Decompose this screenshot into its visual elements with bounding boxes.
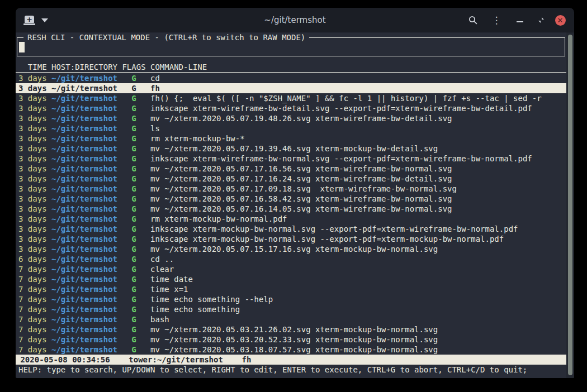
- row-time: 6 days: [18, 255, 47, 264]
- row-flags: G: [131, 214, 136, 223]
- row-directory: ~/git/termshot: [51, 245, 117, 254]
- history-row[interactable]: 3 days ~/git/termshot G cd: [16, 73, 566, 83]
- terminal-window: ~/git/termshot + ⋮ ✕: [16, 8, 574, 378]
- history-row[interactable]: 7 days ~/git/termshot G time echo someth…: [16, 304, 566, 314]
- row-directory: ~/git/termshot: [51, 134, 117, 143]
- row-directory: ~/git/termshot: [51, 295, 117, 304]
- dropdown-caret-icon[interactable]: [41, 18, 48, 22]
- history-row[interactable]: 3 days ~/git/termshot G mv ~/xterm.2020.…: [16, 204, 566, 214]
- row-directory: ~/git/termshot: [51, 285, 117, 294]
- row-flags: G: [131, 144, 136, 153]
- row-command: cd ..: [150, 255, 174, 264]
- row-command: inkscape xterm-mockup-bw-normal.svg --ex…: [150, 224, 518, 233]
- menu-button[interactable]: ⋮: [490, 8, 503, 32]
- row-directory: ~/git/termshot: [51, 335, 117, 344]
- row-flags: G: [131, 84, 136, 93]
- titlebar[interactable]: ~/git/termshot + ⋮ ✕: [16, 8, 574, 32]
- status-location: tower:~/git/termshot: [129, 355, 223, 364]
- row-command: clear: [150, 265, 174, 274]
- history-row[interactable]: 7 days ~/git/termshot G mv ~/xterm.2020.…: [16, 324, 566, 334]
- row-command: mv ~/xterm.2020.05.07.17.16.24.svg xterm…: [150, 174, 452, 183]
- history-row[interactable]: 3 days ~/git/termshot G mv ~/xterm.2020.…: [16, 184, 566, 194]
- history-rows: 3 days ~/git/termshot G cd3 days ~/git/t…: [16, 73, 566, 355]
- kebab-menu-icon: ⋮: [492, 15, 501, 26]
- history-row[interactable]: 3 days ~/git/termshot G mv ~/xterm.2020.…: [16, 244, 566, 254]
- row-flags: G: [131, 74, 136, 83]
- row-flags: G: [131, 335, 136, 344]
- history-row[interactable]: 7 days ~/git/termshot G mv ~/xterm.2020.…: [16, 334, 566, 345]
- history-row[interactable]: 3 days ~/git/termshot G mv ~/xterm.2020.…: [16, 144, 566, 154]
- history-row[interactable]: 3 days ~/git/termshot G mv ~/xterm.2020.…: [16, 174, 566, 184]
- row-time: 3 days: [18, 245, 47, 254]
- history-row[interactable]: 3 days ~/git/termshot G inkscape xterm-m…: [16, 234, 566, 244]
- search-button[interactable]: [466, 8, 480, 32]
- text-cursor: [19, 42, 25, 52]
- row-command: cd: [150, 74, 160, 83]
- history-row[interactable]: 7 days ~/git/termshot G time x=1: [16, 284, 566, 294]
- new-tab-button[interactable]: +: [24, 15, 35, 25]
- row-time: 3 days: [18, 184, 47, 193]
- help-line: HELP: type to search, UP/DOWN to select,…: [16, 365, 566, 375]
- history-row[interactable]: 7 days ~/git/termshot G time date: [16, 274, 566, 284]
- row-command: bash: [150, 315, 169, 324]
- row-directory: ~/git/termshot: [51, 265, 117, 274]
- row-time: 3 days: [18, 174, 47, 183]
- search-input[interactable]: RESH CLI - CONTEXTUAL MODE - (CTRL+R to …: [17, 37, 565, 56]
- row-directory: ~/git/termshot: [51, 114, 117, 123]
- scrollbar-track[interactable]: [566, 32, 574, 378]
- row-command: time echo something --help: [150, 295, 273, 304]
- row-flags: G: [131, 114, 136, 123]
- row-time: 7 days: [18, 325, 47, 334]
- table-header: TIME HOST:DIRECTORY FLAGS COMMAND-LINE: [16, 62, 566, 73]
- history-row[interactable]: 3 days ~/git/termshot G mv ~/xterm.2020.…: [16, 164, 566, 174]
- history-row[interactable]: 3 days ~/git/termshot G rm xterm-mockup-…: [16, 214, 566, 224]
- history-row[interactable]: 3 days ~/git/termshot G fh: [16, 83, 566, 93]
- row-time: 7 days: [18, 305, 47, 314]
- status-datetime: 2020-05-08 00:34:56: [20, 355, 110, 364]
- history-row[interactable]: 3 days ~/git/termshot G inkscape xterm-w…: [16, 103, 566, 113]
- row-directory: ~/git/termshot: [51, 194, 117, 203]
- scrollbar-thumb[interactable]: [568, 35, 572, 375]
- history-row[interactable]: 3 days ~/git/termshot G inkscape xterm-w…: [16, 154, 566, 164]
- row-time: 3 days: [18, 154, 47, 163]
- row-directory: ~/git/termshot: [51, 275, 117, 284]
- row-time: 3 days: [18, 74, 47, 83]
- row-time: 7 days: [18, 335, 47, 344]
- row-flags: G: [131, 224, 136, 233]
- new-tab-icon: +: [25, 16, 34, 23]
- row-directory: ~/git/termshot: [51, 164, 117, 173]
- row-time: 7 days: [18, 315, 47, 324]
- row-time: 3 days: [18, 164, 47, 173]
- row-command: mv ~/xterm.2020.05.03.21.26.02.svg xterm…: [150, 325, 438, 334]
- restore-button[interactable]: [534, 8, 548, 32]
- history-row[interactable]: 3 days ~/git/termshot G mv ~/xterm.2020.…: [16, 113, 566, 123]
- history-row[interactable]: 6 days ~/git/termshot G cd ..: [16, 254, 566, 264]
- row-flags: G: [131, 194, 136, 203]
- row-flags: G: [131, 315, 136, 324]
- row-directory: ~/git/termshot: [51, 315, 117, 324]
- history-row[interactable]: 3 days ~/git/termshot G rm xterm-mockup-…: [16, 133, 566, 144]
- row-directory: ~/git/termshot: [51, 84, 117, 93]
- row-command: mv ~/xterm.2020.05.07.16.14.05.svg xterm…: [150, 204, 452, 213]
- row-command: inkscape xterm-wireframe-bw-normal.svg -…: [150, 154, 532, 163]
- close-icon: ✕: [557, 17, 564, 24]
- row-command: rm xterm-mockup-bw-*: [150, 134, 245, 143]
- history-row[interactable]: 3 days ~/git/termshot G ls: [16, 123, 566, 133]
- row-time: 3 days: [18, 214, 47, 223]
- status-bar: 2020-05-08 00:34:56 tower:~/git/termshot…: [16, 355, 566, 365]
- row-directory: ~/git/termshot: [51, 154, 117, 163]
- row-command: time date: [150, 275, 193, 284]
- history-row[interactable]: 3 days ~/git/termshot G inkscape xterm-m…: [16, 224, 566, 234]
- history-row[interactable]: 7 days ~/git/termshot G mv ~/xterm.2020.…: [16, 345, 566, 355]
- history-row[interactable]: 3 days ~/git/termshot G fh() {; eval $( …: [16, 93, 566, 103]
- history-row[interactable]: 7 days ~/git/termshot G bash: [16, 314, 566, 324]
- row-directory: ~/git/termshot: [51, 124, 117, 133]
- row-time: 3 days: [18, 94, 47, 103]
- history-row[interactable]: 7 days ~/git/termshot G time echo someth…: [16, 294, 566, 304]
- minimize-button[interactable]: [513, 8, 527, 32]
- history-row[interactable]: 3 days ~/git/termshot G mv ~/xterm.2020.…: [16, 194, 566, 204]
- search-icon: [468, 16, 477, 25]
- close-button[interactable]: ✕: [553, 8, 567, 32]
- row-directory: ~/git/termshot: [51, 144, 117, 153]
- history-row[interactable]: 7 days ~/git/termshot G clear: [16, 264, 566, 274]
